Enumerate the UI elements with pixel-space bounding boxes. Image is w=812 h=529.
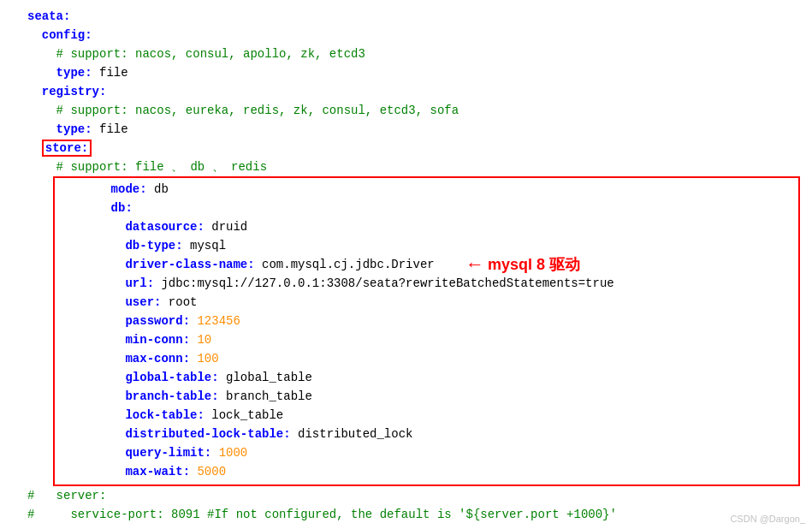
- line-4: type: file: [0, 63, 812, 82]
- code-2: config:: [24, 26, 92, 45]
- arrow-icon: ←: [465, 253, 484, 276]
- line-14: driver-class-name: com.mysql.cj.jdbc.Dri…: [55, 255, 798, 274]
- code-1: seata:: [24, 7, 70, 26]
- line-5: registry:: [0, 82, 812, 101]
- code-23: distributed-lock-table: distributed_lock: [79, 425, 412, 443]
- watermark: CSDN @Dargon_: [730, 514, 805, 524]
- code-18: min-conn: 10: [79, 330, 211, 349]
- line-23: distributed-lock-table: distributed_lock: [55, 425, 798, 443]
- line-6: # support: nacos, eureka, redis, zk, con…: [0, 101, 812, 120]
- line-25: max-wait: 5000: [55, 462, 798, 481]
- code-14: driver-class-name: com.mysql.cj.jdbc.Dri…: [79, 255, 435, 274]
- line-22: lock-table: lock_table: [55, 406, 798, 425]
- line-8: store:: [0, 139, 812, 158]
- code-21: branch-table: branch_table: [79, 387, 312, 406]
- line-19: max-conn: 100: [55, 349, 798, 368]
- line-16: user: root: [55, 293, 798, 312]
- line-12: datasource: druid: [55, 217, 798, 236]
- code-27: # service-port: 8091 #If not configured,…: [24, 505, 617, 524]
- code-17: password: 123456: [79, 312, 240, 330]
- code-20: global-table: global_table: [79, 368, 312, 387]
- code-6: # support: nacos, eureka, redis, zk, con…: [24, 101, 459, 120]
- line-15: url: jdbc:mysql://127.0.0.1:3308/seata?r…: [55, 274, 798, 293]
- code-24: query-limit: 1000: [79, 443, 247, 462]
- line-3: # support: nacos, consul, apollo, zk, et…: [0, 45, 812, 63]
- code-12: datasource: druid: [79, 217, 247, 236]
- line-20: global-table: global_table: [55, 368, 798, 387]
- code-26: # server:: [24, 486, 106, 505]
- line-21: branch-table: branch_table: [55, 387, 798, 406]
- line-26: # server:: [0, 486, 812, 505]
- code-5: registry:: [24, 82, 106, 101]
- code-15: url: jdbc:mysql://127.0.0.1:3308/seata?r…: [79, 274, 614, 293]
- code-8: store:: [24, 139, 92, 158]
- line-2: config:: [0, 26, 812, 45]
- annotation-text: mysql 8 驱动: [488, 254, 580, 275]
- code-4: type: file: [24, 63, 128, 82]
- code-editor: seata: config: # support: nacos, consul,…: [0, 0, 812, 529]
- line-1: seata:: [0, 7, 812, 26]
- code-11: db:: [79, 199, 133, 217]
- line-27: # service-port: 8091 #If not configured,…: [0, 505, 812, 524]
- code-7: type: file: [24, 120, 128, 139]
- line-13: db-type: mysql: [55, 236, 798, 255]
- line-11: db:: [55, 199, 798, 217]
- line-7: type: file: [0, 120, 812, 139]
- code-3: # support: nacos, consul, apollo, zk, et…: [24, 45, 365, 63]
- code-16: user: root: [79, 293, 197, 312]
- line-17: password: 123456: [55, 312, 798, 330]
- code-9: # support: file 、 db 、 redis: [24, 158, 267, 176]
- line-18: min-conn: 10: [55, 330, 798, 349]
- code-19: max-conn: 100: [79, 349, 219, 368]
- line-9: # support: file 、 db 、 redis: [0, 158, 812, 176]
- line-10: mode: db: [55, 180, 798, 199]
- code-13: db-type: mysql: [79, 236, 226, 255]
- code-22: lock-table: lock_table: [79, 406, 283, 425]
- line-24: query-limit: 1000: [55, 443, 798, 462]
- annotation: ← mysql 8 驱动: [465, 253, 580, 276]
- code-10: mode: db: [79, 180, 169, 199]
- code-25: max-wait: 5000: [79, 462, 226, 481]
